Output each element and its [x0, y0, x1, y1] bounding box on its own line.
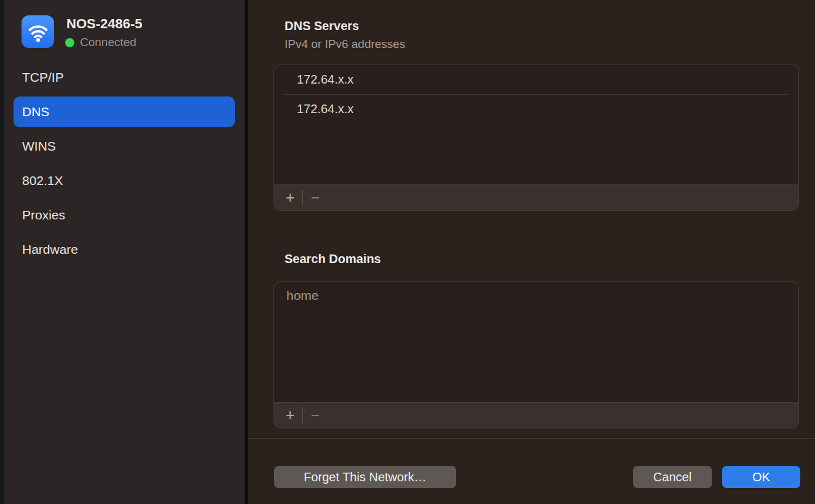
search-domains-listbox: home + −: [274, 282, 799, 428]
forget-network-button[interactable]: Forget This Network…: [274, 466, 456, 488]
dns-add-button[interactable]: +: [278, 185, 302, 211]
underlying-window-edge: [0, 0, 4, 504]
connected-status-label: Connected: [80, 36, 136, 49]
wifi-waves-icon: [25, 18, 52, 45]
connected-status-dot-icon: [65, 38, 74, 47]
cancel-button[interactable]: Cancel: [633, 466, 712, 488]
sidebar-item-dns[interactable]: DNS: [14, 96, 235, 127]
dns-remove-button[interactable]: −: [303, 185, 328, 211]
search-domain-row[interactable]: home: [274, 282, 798, 309]
search-domains-title: Search Domains: [285, 252, 381, 266]
sidebar-item-tcpip[interactable]: TCP/IP: [14, 62, 235, 93]
sidebar-item-8021x[interactable]: 802.1X: [14, 165, 235, 196]
sidebar-item-proxies[interactable]: Proxies: [14, 200, 235, 230]
wifi-icon: [22, 15, 54, 48]
sidebar-nav: TCP/IP DNS WINS 802.1X Proxies Hardware: [14, 62, 235, 269]
bottom-bar-divider: [248, 438, 815, 439]
sidebar: NOS-2486-5 Connected TCP/IP DNS WINS 802…: [4, 0, 245, 504]
dns-servers-listbox: 172.64.x.x 172.64.x.x + −: [274, 65, 799, 211]
dns-servers-subtitle: IPv4 or IPv6 addresses: [285, 37, 405, 51]
dns-settings-panel: DNS Servers IPv4 or IPv6 addresses 172.6…: [248, 0, 815, 504]
dns-servers-rows: 172.64.x.x 172.64.x.x: [274, 65, 798, 124]
sidebar-item-hardware[interactable]: Hardware: [14, 234, 235, 265]
network-status: Connected: [65, 36, 136, 49]
ok-button[interactable]: OK: [722, 466, 800, 488]
search-domains-rows: home: [274, 282, 798, 309]
dns-servers-title: DNS Servers: [285, 19, 359, 33]
dns-servers-footer: + −: [274, 184, 798, 210]
search-domain-remove-button[interactable]: −: [303, 403, 328, 428]
network-name: NOS-2486-5: [66, 16, 143, 32]
sidebar-item-wins[interactable]: WINS: [14, 131, 235, 162]
dns-server-row[interactable]: 172.64.x.x: [274, 95, 798, 124]
dns-server-row[interactable]: 172.64.x.x: [274, 65, 798, 94]
search-domain-add-button[interactable]: +: [278, 403, 302, 428]
search-domains-footer: + −: [274, 402, 798, 428]
